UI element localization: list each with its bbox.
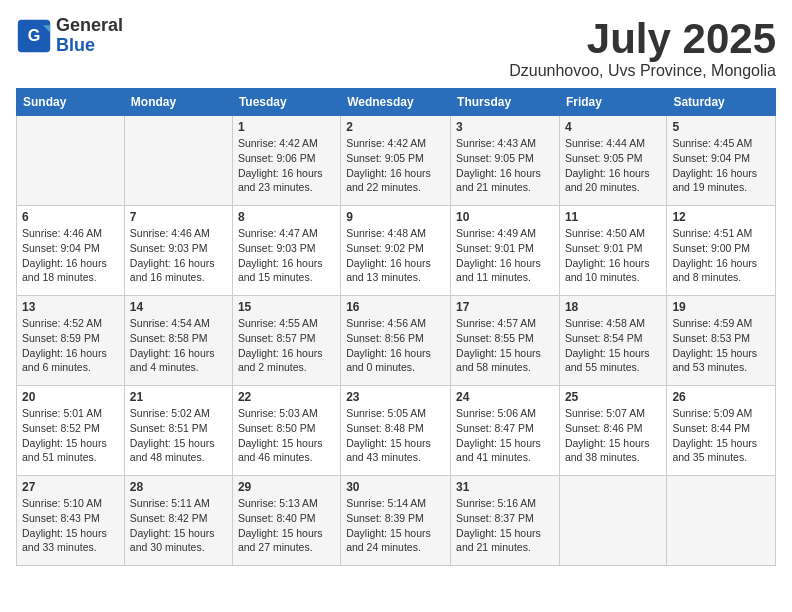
day-info: Sunrise: 4:52 AM Sunset: 8:59 PM Dayligh… [22, 316, 119, 375]
logo-text: General Blue [56, 16, 123, 56]
day-cell: 3Sunrise: 4:43 AM Sunset: 9:05 PM Daylig… [451, 116, 560, 206]
day-number: 19 [672, 300, 770, 314]
day-number: 17 [456, 300, 554, 314]
logo: G General Blue [16, 16, 123, 56]
day-cell: 4Sunrise: 4:44 AM Sunset: 9:05 PM Daylig… [559, 116, 666, 206]
day-info: Sunrise: 4:59 AM Sunset: 8:53 PM Dayligh… [672, 316, 770, 375]
day-number: 20 [22, 390, 119, 404]
header-sunday: Sunday [17, 89, 125, 116]
day-cell: 19Sunrise: 4:59 AM Sunset: 8:53 PM Dayli… [667, 296, 776, 386]
day-info: Sunrise: 4:42 AM Sunset: 9:06 PM Dayligh… [238, 136, 335, 195]
day-cell: 12Sunrise: 4:51 AM Sunset: 9:00 PM Dayli… [667, 206, 776, 296]
day-number: 11 [565, 210, 661, 224]
day-info: Sunrise: 4:47 AM Sunset: 9:03 PM Dayligh… [238, 226, 335, 285]
day-cell: 18Sunrise: 4:58 AM Sunset: 8:54 PM Dayli… [559, 296, 666, 386]
month-title: July 2025 [509, 16, 776, 62]
day-info: Sunrise: 4:50 AM Sunset: 9:01 PM Dayligh… [565, 226, 661, 285]
day-info: Sunrise: 4:58 AM Sunset: 8:54 PM Dayligh… [565, 316, 661, 375]
day-number: 13 [22, 300, 119, 314]
day-number: 27 [22, 480, 119, 494]
day-number: 16 [346, 300, 445, 314]
svg-text:G: G [28, 26, 41, 44]
calendar-table: SundayMondayTuesdayWednesdayThursdayFrid… [16, 88, 776, 566]
day-cell: 5Sunrise: 4:45 AM Sunset: 9:04 PM Daylig… [667, 116, 776, 206]
day-cell: 15Sunrise: 4:55 AM Sunset: 8:57 PM Dayli… [232, 296, 340, 386]
header-wednesday: Wednesday [341, 89, 451, 116]
day-cell: 8Sunrise: 4:47 AM Sunset: 9:03 PM Daylig… [232, 206, 340, 296]
day-info: Sunrise: 4:54 AM Sunset: 8:58 PM Dayligh… [130, 316, 227, 375]
day-info: Sunrise: 4:55 AM Sunset: 8:57 PM Dayligh… [238, 316, 335, 375]
title-area: July 2025 Dzuunhovoo, Uvs Province, Mong… [509, 16, 776, 80]
day-cell: 29Sunrise: 5:13 AM Sunset: 8:40 PM Dayli… [232, 476, 340, 566]
day-info: Sunrise: 5:10 AM Sunset: 8:43 PM Dayligh… [22, 496, 119, 555]
day-cell: 28Sunrise: 5:11 AM Sunset: 8:42 PM Dayli… [124, 476, 232, 566]
day-info: Sunrise: 5:14 AM Sunset: 8:39 PM Dayligh… [346, 496, 445, 555]
day-cell: 10Sunrise: 4:49 AM Sunset: 9:01 PM Dayli… [451, 206, 560, 296]
day-info: Sunrise: 5:07 AM Sunset: 8:46 PM Dayligh… [565, 406, 661, 465]
day-cell: 14Sunrise: 4:54 AM Sunset: 8:58 PM Dayli… [124, 296, 232, 386]
day-cell: 1Sunrise: 4:42 AM Sunset: 9:06 PM Daylig… [232, 116, 340, 206]
logo-icon: G [16, 18, 52, 54]
header-monday: Monday [124, 89, 232, 116]
week-row-1: 1Sunrise: 4:42 AM Sunset: 9:06 PM Daylig… [17, 116, 776, 206]
day-cell [667, 476, 776, 566]
day-number: 23 [346, 390, 445, 404]
day-number: 1 [238, 120, 335, 134]
day-cell: 2Sunrise: 4:42 AM Sunset: 9:05 PM Daylig… [341, 116, 451, 206]
day-cell: 20Sunrise: 5:01 AM Sunset: 8:52 PM Dayli… [17, 386, 125, 476]
day-number: 14 [130, 300, 227, 314]
day-cell: 7Sunrise: 4:46 AM Sunset: 9:03 PM Daylig… [124, 206, 232, 296]
day-number: 3 [456, 120, 554, 134]
header-row: SundayMondayTuesdayWednesdayThursdayFrid… [17, 89, 776, 116]
day-cell: 13Sunrise: 4:52 AM Sunset: 8:59 PM Dayli… [17, 296, 125, 386]
day-info: Sunrise: 5:05 AM Sunset: 8:48 PM Dayligh… [346, 406, 445, 465]
day-cell: 16Sunrise: 4:56 AM Sunset: 8:56 PM Dayli… [341, 296, 451, 386]
day-info: Sunrise: 4:49 AM Sunset: 9:01 PM Dayligh… [456, 226, 554, 285]
header: G General Blue July 2025 Dzuunhovoo, Uvs… [16, 16, 776, 80]
day-number: 28 [130, 480, 227, 494]
day-info: Sunrise: 5:16 AM Sunset: 8:37 PM Dayligh… [456, 496, 554, 555]
day-number: 7 [130, 210, 227, 224]
day-info: Sunrise: 4:48 AM Sunset: 9:02 PM Dayligh… [346, 226, 445, 285]
day-info: Sunrise: 4:57 AM Sunset: 8:55 PM Dayligh… [456, 316, 554, 375]
day-cell [559, 476, 666, 566]
day-info: Sunrise: 5:01 AM Sunset: 8:52 PM Dayligh… [22, 406, 119, 465]
day-number: 24 [456, 390, 554, 404]
day-cell: 17Sunrise: 4:57 AM Sunset: 8:55 PM Dayli… [451, 296, 560, 386]
day-number: 26 [672, 390, 770, 404]
day-info: Sunrise: 5:13 AM Sunset: 8:40 PM Dayligh… [238, 496, 335, 555]
day-number: 18 [565, 300, 661, 314]
day-number: 12 [672, 210, 770, 224]
day-number: 10 [456, 210, 554, 224]
day-number: 31 [456, 480, 554, 494]
day-cell [17, 116, 125, 206]
day-number: 30 [346, 480, 445, 494]
week-row-3: 13Sunrise: 4:52 AM Sunset: 8:59 PM Dayli… [17, 296, 776, 386]
day-number: 5 [672, 120, 770, 134]
day-cell: 31Sunrise: 5:16 AM Sunset: 8:37 PM Dayli… [451, 476, 560, 566]
week-row-5: 27Sunrise: 5:10 AM Sunset: 8:43 PM Dayli… [17, 476, 776, 566]
day-cell: 22Sunrise: 5:03 AM Sunset: 8:50 PM Dayli… [232, 386, 340, 476]
day-info: Sunrise: 4:42 AM Sunset: 9:05 PM Dayligh… [346, 136, 445, 195]
day-info: Sunrise: 5:02 AM Sunset: 8:51 PM Dayligh… [130, 406, 227, 465]
location-title: Dzuunhovoo, Uvs Province, Mongolia [509, 62, 776, 80]
day-cell: 6Sunrise: 4:46 AM Sunset: 9:04 PM Daylig… [17, 206, 125, 296]
day-info: Sunrise: 4:43 AM Sunset: 9:05 PM Dayligh… [456, 136, 554, 195]
day-cell: 21Sunrise: 5:02 AM Sunset: 8:51 PM Dayli… [124, 386, 232, 476]
day-cell: 26Sunrise: 5:09 AM Sunset: 8:44 PM Dayli… [667, 386, 776, 476]
day-cell: 23Sunrise: 5:05 AM Sunset: 8:48 PM Dayli… [341, 386, 451, 476]
day-cell: 27Sunrise: 5:10 AM Sunset: 8:43 PM Dayli… [17, 476, 125, 566]
day-number: 8 [238, 210, 335, 224]
day-info: Sunrise: 5:03 AM Sunset: 8:50 PM Dayligh… [238, 406, 335, 465]
day-number: 9 [346, 210, 445, 224]
logo-general: General [56, 16, 123, 36]
day-info: Sunrise: 4:44 AM Sunset: 9:05 PM Dayligh… [565, 136, 661, 195]
day-number: 25 [565, 390, 661, 404]
day-cell [124, 116, 232, 206]
header-friday: Friday [559, 89, 666, 116]
day-number: 2 [346, 120, 445, 134]
header-saturday: Saturday [667, 89, 776, 116]
day-info: Sunrise: 5:06 AM Sunset: 8:47 PM Dayligh… [456, 406, 554, 465]
day-cell: 30Sunrise: 5:14 AM Sunset: 8:39 PM Dayli… [341, 476, 451, 566]
day-info: Sunrise: 4:51 AM Sunset: 9:00 PM Dayligh… [672, 226, 770, 285]
